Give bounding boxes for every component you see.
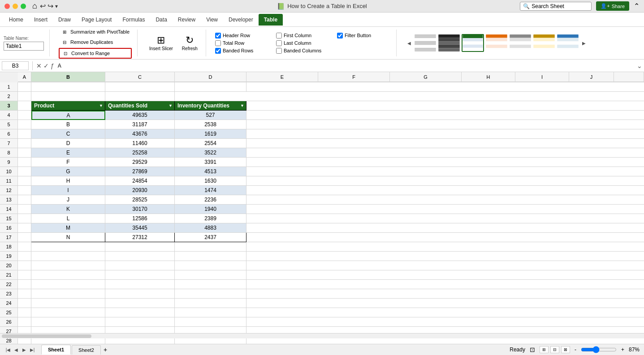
tab-data[interactable]: Data bbox=[150, 14, 172, 26]
cell-sold-j[interactable]: 28525 bbox=[105, 195, 175, 205]
inventory-filter-icon[interactable]: ▼ bbox=[240, 103, 244, 108]
header-row-input[interactable] bbox=[215, 33, 221, 38]
cell-product-a[interactable]: A bbox=[31, 111, 105, 120]
cell-sold-g[interactable]: 27869 bbox=[105, 167, 175, 176]
cell-inventory-d[interactable]: 2554 bbox=[175, 139, 246, 148]
cell-inventory-n[interactable]: 2437 bbox=[175, 233, 246, 242]
zoom-in-icon[interactable]: + bbox=[621, 346, 624, 353]
cell-a10[interactable] bbox=[18, 176, 31, 186]
cell-a1[interactable] bbox=[18, 82, 31, 92]
product-filter-icon[interactable]: ▼ bbox=[99, 103, 103, 108]
cell-d24[interactable] bbox=[175, 308, 246, 317]
cell-inventory-h[interactable]: 1630 bbox=[175, 176, 246, 186]
cell-c22[interactable] bbox=[105, 289, 175, 299]
cell-d1[interactable] bbox=[175, 82, 246, 92]
cell-b1[interactable] bbox=[31, 82, 105, 92]
cell-a21[interactable] bbox=[18, 280, 31, 289]
cell-product-l[interactable]: L bbox=[31, 214, 105, 223]
remove-duplicates-button[interactable]: ⊟ Remove Duplicates bbox=[59, 38, 132, 47]
cell-inventory-c[interactable]: 1619 bbox=[175, 129, 246, 139]
first-column-input[interactable] bbox=[276, 33, 282, 38]
cell-product-f[interactable]: F bbox=[31, 158, 105, 167]
filter-button-checkbox[interactable]: Filter Button bbox=[337, 32, 391, 39]
cell-a18[interactable] bbox=[18, 252, 31, 261]
table-style-dark1[interactable] bbox=[438, 34, 460, 52]
banded-columns-checkbox[interactable]: Banded Columns bbox=[276, 47, 330, 55]
cell-c1[interactable] bbox=[105, 82, 175, 92]
cell-sold-i[interactable]: 20930 bbox=[105, 186, 175, 195]
cell-inventory-i[interactable]: 1474 bbox=[175, 186, 246, 195]
cell-inventory-e[interactable]: 3522 bbox=[175, 148, 246, 158]
cell-sold-k[interactable]: 30170 bbox=[105, 205, 175, 214]
cell-sold-l[interactable]: 12586 bbox=[105, 214, 175, 223]
cell-sold-c[interactable]: 43676 bbox=[105, 129, 175, 139]
cell-product-c[interactable]: C bbox=[31, 129, 105, 139]
grid-area[interactable]: Product ▼ Quantities Sold ▼ Inventory Qu… bbox=[18, 82, 644, 355]
cell-a6[interactable] bbox=[18, 139, 31, 148]
cell-sold-f[interactable]: 29529 bbox=[105, 158, 175, 167]
page-break-icon[interactable]: ⊡ bbox=[530, 346, 535, 353]
table-style-blue2[interactable] bbox=[557, 34, 579, 52]
cell-product-header[interactable]: Product ▼ bbox=[31, 101, 105, 111]
formula-input[interactable] bbox=[56, 62, 635, 70]
cell-d25[interactable] bbox=[175, 317, 246, 327]
cell-a3[interactable] bbox=[18, 111, 31, 120]
expand-formula-icon[interactable]: ⌄ bbox=[637, 62, 642, 69]
cell-b20[interactable] bbox=[31, 270, 105, 280]
cell-sold-b[interactable]: 31187 bbox=[105, 120, 175, 129]
undo-button[interactable]: ↩ bbox=[40, 2, 46, 10]
total-row-input[interactable] bbox=[215, 40, 221, 46]
add-sheet-button[interactable]: + bbox=[102, 344, 109, 355]
table-style-gray1[interactable] bbox=[509, 34, 532, 52]
minimize-button[interactable] bbox=[13, 4, 18, 9]
cell-b22[interactable] bbox=[31, 289, 105, 299]
cell-a-header[interactable] bbox=[18, 101, 31, 111]
tab-formulas[interactable]: Formulas bbox=[117, 14, 150, 26]
cell-b18[interactable] bbox=[31, 252, 105, 261]
zoom-out-icon[interactable]: - bbox=[575, 346, 576, 353]
table-style-yellow1[interactable] bbox=[533, 34, 555, 52]
cell-d20[interactable] bbox=[175, 270, 246, 280]
table-style-blue1[interactable] bbox=[462, 34, 484, 52]
cell-product-g[interactable]: G bbox=[31, 167, 105, 176]
maximize-button[interactable] bbox=[21, 4, 26, 9]
insert-slicer-button[interactable]: ⊞ Insert Slicer bbox=[147, 34, 176, 53]
cell-a24[interactable] bbox=[18, 308, 31, 317]
cell-inventory-b[interactable]: 2538 bbox=[175, 120, 246, 129]
cell-a22[interactable] bbox=[18, 289, 31, 299]
cell-a16[interactable] bbox=[18, 233, 31, 242]
table-name-input[interactable] bbox=[4, 42, 44, 51]
convert-to-range-button[interactable]: ⊡ Convert to Range bbox=[59, 48, 132, 59]
cell-c17[interactable] bbox=[105, 242, 175, 252]
tab-table[interactable]: Table bbox=[259, 14, 283, 26]
tab-draw[interactable]: Draw bbox=[53, 14, 76, 26]
cell-sold-n[interactable]: 27312 bbox=[105, 233, 175, 242]
banded-columns-input[interactable] bbox=[276, 48, 282, 54]
page-break-view-button[interactable]: ⊠ bbox=[561, 346, 570, 353]
cell-d22[interactable] bbox=[175, 289, 246, 299]
banded-rows-checkbox[interactable]: Banded Rows bbox=[215, 47, 269, 55]
cell-inventory-f[interactable]: 3391 bbox=[175, 158, 246, 167]
cell-sold-d[interactable]: 11460 bbox=[105, 139, 175, 148]
cell-a25[interactable] bbox=[18, 317, 31, 327]
cell-product-e[interactable]: E bbox=[31, 148, 105, 158]
cell-sold-header[interactable]: Quantities Sold ▼ bbox=[105, 101, 175, 111]
cell-sold-m[interactable]: 35445 bbox=[105, 223, 175, 233]
table-style-orange1[interactable] bbox=[485, 34, 508, 52]
last-column-input[interactable] bbox=[276, 40, 282, 46]
cell-a15[interactable] bbox=[18, 223, 31, 233]
cell-reference-input[interactable] bbox=[2, 61, 29, 70]
cell-product-k[interactable]: K bbox=[31, 205, 105, 214]
cell-b2[interactable] bbox=[31, 92, 105, 101]
sheet-tab-sheet2[interactable]: Sheet2 bbox=[72, 345, 101, 355]
sheet-nav-last[interactable]: ▶| bbox=[29, 346, 36, 353]
scrollbar-thumb[interactable] bbox=[2, 334, 91, 338]
cell-sold-h[interactable]: 24854 bbox=[105, 176, 175, 186]
cell-a4[interactable] bbox=[18, 120, 31, 129]
cell-d19[interactable] bbox=[175, 261, 246, 270]
cell-c25[interactable] bbox=[105, 317, 175, 327]
cell-inventory-a[interactable]: 527 bbox=[175, 111, 246, 120]
cell-product-h[interactable]: H bbox=[31, 176, 105, 186]
gallery-prev[interactable]: ◀ bbox=[406, 32, 413, 54]
cell-inventory-g[interactable]: 4513 bbox=[175, 167, 246, 176]
